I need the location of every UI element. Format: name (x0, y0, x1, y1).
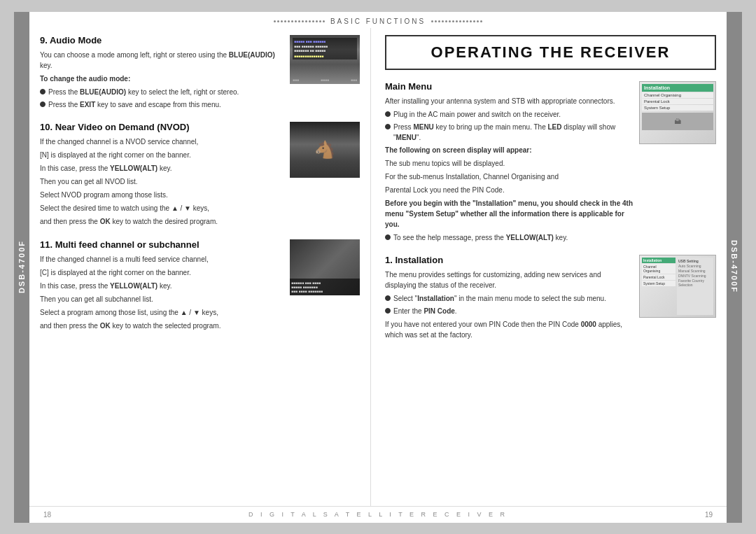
footer-bar: 18 D I G I T A L S A T E L L I T E R E C… (29, 506, 727, 523)
section-10-title: 10. Near Video on Demand (NVOD) (40, 122, 284, 132)
section-9-p1: You can choose a mode among left, right … (40, 50, 284, 71)
footer-left-page-num: 18 (43, 511, 51, 519)
section-11-title: 11. Multi feed channel or subchannel (40, 239, 284, 250)
mm-b1: Plug in the AC main power and switch on … (385, 109, 634, 120)
mm-intro: After installing your antenna system and… (385, 96, 634, 106)
left-page: 9. Audio Mode You can choose a mode amon… (29, 28, 371, 506)
s10p1: If the changed channel is a NVOD service… (40, 136, 284, 147)
mm-before-bold: Before you begin with the "Installation"… (385, 198, 634, 230)
section-11-text: 11. Multi feed channel or subchannel If … (40, 239, 284, 334)
section-10-img-placeholder: 🐴 (290, 122, 360, 178)
header-center-text: BASIC FUNCTIONS (330, 17, 426, 25)
inst-b2: Enter the PIN Code. (385, 306, 634, 316)
section-9-heading: To change the audio mode: (40, 75, 130, 83)
section-9-bullet1: Press the BLUE(AUDIO) key to select the … (40, 87, 284, 97)
section-9-with-image: 9. Audio Mode You can choose a mode amon… (40, 35, 360, 112)
header-left-dots (274, 20, 325, 22)
main-menu-section: Main Menu After installing your antenna … (385, 81, 716, 245)
s11p1: If the changed channel is a multi feed s… (40, 254, 284, 265)
s10p3: In this case, press the YELLOW(ALT) key. (40, 163, 284, 174)
inst-intro: The menu provides settings for customizi… (385, 269, 634, 290)
main-content: BASIC FUNCTIONS 9. Audio Mode (29, 12, 727, 523)
main-title: OPERATING THE RECEIVER (400, 43, 701, 62)
section-9-text: 9. Audio Mode You can choose a mode amon… (40, 35, 284, 112)
section-9: 9. Audio Mode You can choose a mode amon… (40, 35, 360, 112)
right-page: OPERATING THE RECEIVER Main Menu After i… (371, 28, 727, 506)
section-9-body: You can choose a mode among left, right … (40, 50, 284, 110)
main-menu-image: Installation Channel Organising Parental… (639, 81, 716, 144)
section-10-body: If the changed channel is a NVOD service… (40, 136, 284, 227)
section-11-with-image: 11. Multi feed channel or subchannel If … (40, 239, 360, 334)
mm-b1-text: Plug in the AC main power and switch on … (393, 109, 561, 120)
section-11: 11. Multi feed channel or subchannel If … (40, 239, 360, 334)
bullet-dot (40, 89, 46, 94)
section-10-text: 10. Near Video on Demand (NVOD) If the c… (40, 122, 284, 230)
mm-b2-text: Press MENU key to bring up the main menu… (393, 122, 634, 143)
mm-b2: Press MENU key to bring up the main menu… (385, 122, 634, 143)
right-tab-label: DSB-4700F (730, 240, 738, 293)
bullet-dot (385, 124, 391, 129)
installation-body: The menu provides settings for customizi… (385, 269, 634, 340)
s11p6: and then press the OK key to watch the s… (40, 321, 284, 331)
bullet-dot (385, 234, 391, 240)
mm-submenu2: For the sub-menus Installation, Channel … (385, 171, 634, 182)
s11p2: [C] is displayed at the right corner on … (40, 267, 284, 278)
section-11-img-placeholder: ■■■■■■ ■■■ ■■■■ ■■■■■ ■■■■■■■ ■■■ ■■■■ ■… (290, 239, 360, 295)
big-title-box: OPERATING THE RECEIVER (385, 35, 716, 70)
section-9-title: 9. Audio Mode (40, 35, 284, 45)
right-side-tab: DSB-4700F (727, 12, 742, 523)
footer-right-page-num: 19 (705, 511, 713, 519)
bullet-dot (385, 111, 391, 117)
section-9-p2: To change the audio mode: (40, 73, 284, 84)
left-side-tab: DSB-4700F (14, 12, 29, 523)
bullet-dot (40, 101, 46, 107)
installation-image: Installation Channel Organising Parental… (639, 255, 716, 318)
bullet-dot (385, 308, 391, 314)
page-wrapper: DSB-4700F BASIC FUNCTIONS (14, 12, 742, 523)
header-right-dots (431, 20, 482, 22)
inst-pin-note: If you have not entered your own PIN Cod… (385, 319, 634, 340)
section-9-bold: BLUE(AUDIO) (229, 51, 275, 59)
main-menu-with-image: Main Menu After installing your antenna … (385, 81, 716, 245)
s10p7: and then press the OK key to watch the d… (40, 216, 284, 227)
section-11-image: ■■■■■■ ■■■ ■■■■ ■■■■■ ■■■■■■■ ■■■ ■■■■ ■… (290, 239, 360, 295)
section-9-bullet1-text: Press the BLUE(AUDIO) key to select the … (48, 87, 239, 97)
mm-b3: To see the help message, press the YELLO… (385, 232, 634, 243)
installation-with-image: 1. Installation The menu provides settin… (385, 255, 716, 343)
s11p5: Select a program among those list, using… (40, 307, 284, 318)
s10p5: Select NVOD program among those lists. (40, 190, 284, 200)
section-9-image: ■■■■■ ■■■ ■■■■■■ ■■■ ■■■■■■ ■■■■■■ ■■■■■… (290, 35, 360, 84)
section-9-bullet2: Press the EXIT key to save and escape fr… (40, 99, 284, 110)
s11p3: In this case, press the YELLOW(ALT) key. (40, 281, 284, 291)
header-bar: BASIC FUNCTIONS (29, 12, 727, 28)
installation-title: 1. Installation (385, 255, 634, 265)
section-10-with-image: 10. Near Video on Demand (NVOD) If the c… (40, 122, 360, 230)
mm-following: The following on screen display will app… (385, 145, 634, 155)
footer-center-text: D I G I T A L S A T E L L I T E R E C E … (248, 511, 507, 518)
section-9-bullet2-text: Press the EXIT key to save and escape fr… (48, 99, 221, 110)
section-11-body: If the changed channel is a multi feed s… (40, 254, 284, 331)
s11p4: Then you can get all subchannel list. (40, 294, 284, 304)
content-area: 9. Audio Mode You can choose a mode amon… (29, 28, 727, 506)
s10p6: Select the desired time to watch using t… (40, 203, 284, 213)
section-10: 10. Near Video on Demand (NVOD) If the c… (40, 122, 360, 230)
main-menu-body: After installing your antenna system and… (385, 96, 634, 243)
mm-submenu3: Parental Lock you need the PIN Code. (385, 185, 634, 195)
main-menu-title: Main Menu (385, 81, 634, 92)
s10p2: [N] is displayed at the right corner on … (40, 150, 284, 160)
bullet-dot (385, 295, 391, 301)
s10p4: Then you can get all NVOD list. (40, 176, 284, 187)
section-9-img-placeholder: ■■■■■ ■■■ ■■■■■■ ■■■ ■■■■■■ ■■■■■■ ■■■■■… (290, 35, 360, 84)
section-10-image: 🐴 (290, 122, 360, 178)
main-menu-text: Main Menu After installing your antenna … (385, 81, 634, 245)
mm-submenu1: The sub menu topics will be displayed. (385, 158, 634, 169)
inst-b2-text: Enter the PIN Code. (393, 306, 457, 316)
inst-b1-text: Select "Installation" in the main menu m… (393, 293, 606, 304)
inst-b1: Select "Installation" in the main menu m… (385, 293, 634, 304)
installation-section: 1. Installation The menu provides settin… (385, 255, 716, 343)
mm-b3-text: To see the help message, press the YELLO… (393, 232, 568, 243)
left-tab-label: DSB-4700F (18, 240, 26, 293)
installation-text: 1. Installation The menu provides settin… (385, 255, 634, 343)
